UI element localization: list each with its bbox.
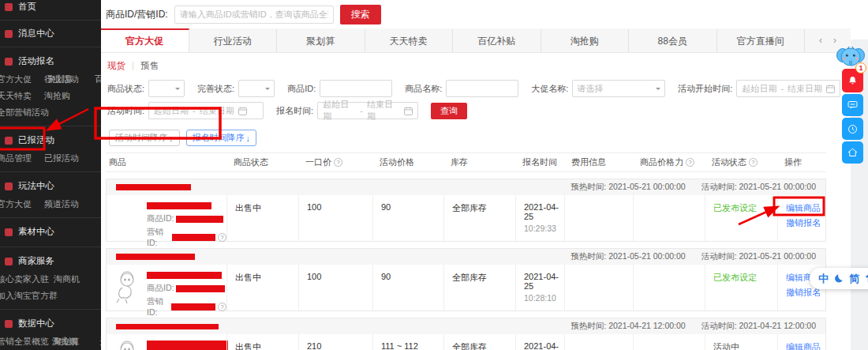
sidebar-link[interactable]: 官方大促 bbox=[0, 196, 44, 213]
query-button[interactable]: 查询 bbox=[431, 103, 467, 119]
info-icon[interactable]: ? bbox=[686, 158, 694, 167]
sidebar-link[interactable]: 淘抢购 bbox=[44, 88, 101, 104]
col-price-power: 商品价格力? bbox=[632, 156, 704, 168]
info-icon[interactable]: ? bbox=[334, 158, 342, 167]
redacted-product-id bbox=[176, 285, 225, 292]
list-price: 100 bbox=[298, 265, 372, 310]
product-id-input[interactable] bbox=[320, 80, 392, 97]
activity-status: 活动中 bbox=[705, 334, 777, 350]
sidebar-link[interactable]: 淘抢购 bbox=[52, 333, 99, 350]
sidebar-section-joined-activities: 已报活动 商品管理 已报活动 bbox=[0, 128, 101, 170]
sidebar-item-home[interactable]: 首页 bbox=[0, 0, 101, 18]
complete-status-select[interactable] bbox=[238, 80, 275, 97]
marketing-id-label: 营销ID: bbox=[147, 227, 170, 247]
col-signup-time: 报名时间 bbox=[514, 156, 563, 168]
tab-juhuasuan[interactable]: 聚划算 bbox=[277, 28, 365, 52]
moon-icon[interactable] bbox=[834, 274, 844, 284]
notification-badge: 1 bbox=[855, 62, 866, 73]
product-name-input[interactable] bbox=[446, 80, 518, 97]
date-separator: - bbox=[360, 106, 363, 115]
preheat-label: 预热时间: bbox=[571, 321, 606, 330]
home-button[interactable] bbox=[842, 141, 863, 164]
sidebar-link-product-management[interactable]: 商品管理 bbox=[0, 150, 44, 167]
activity-start-label: 活动开始时间: bbox=[678, 83, 732, 95]
tab-official-promo[interactable]: 官方大促 bbox=[101, 28, 189, 52]
search-input[interactable] bbox=[174, 6, 334, 24]
group-header: 预热时间: 2021-05-21 00:00:00 活动时间: 2021-05-… bbox=[107, 249, 825, 265]
sidebar-link[interactable]: 官方大促 bbox=[0, 71, 44, 88]
info-icon[interactable]: ? bbox=[218, 303, 226, 311]
gift-icon bbox=[5, 183, 13, 190]
info-icon[interactable]: ? bbox=[218, 233, 226, 242]
divider bbox=[0, 309, 101, 310]
tab-taoqianggou[interactable]: 淘抢购 bbox=[541, 28, 630, 52]
sidebar-link[interactable]: 百亿补贴 bbox=[95, 71, 101, 88]
translator-chinese-button[interactable]: 中 bbox=[818, 272, 829, 286]
activity-time-daterange[interactable]: 起始日期 - 结束日期 bbox=[148, 102, 264, 119]
group-header: 预热时间: 2021-04-21 12:00:00 活动时间: 2021-04-… bbox=[107, 318, 825, 334]
table-row: 商品ID: 营销ID:? 出售中 100 90 全部库存 2021-04-25 … bbox=[107, 195, 825, 241]
subtab-in-stock[interactable]: 现货 bbox=[107, 60, 125, 72]
sidebar-item-message-center[interactable]: 消息中心 bbox=[0, 22, 101, 45]
tab-baiyibutie[interactable]: 百亿补贴 bbox=[453, 28, 541, 52]
sidebar-link[interactable]: 淘商机 bbox=[54, 271, 101, 288]
promo-name-label: 大促名称: bbox=[531, 83, 568, 95]
tab-official-live[interactable]: 官方直播间 bbox=[717, 28, 806, 52]
tab-tiantiantemai[interactable]: 天天特卖 bbox=[365, 28, 454, 52]
shirt-icon[interactable] bbox=[865, 274, 868, 284]
edit-product-link[interactable]: 编辑商品 bbox=[786, 202, 827, 214]
sidebar-link[interactable]: 营销全景概览 bbox=[0, 333, 54, 350]
activity-time-sort-button[interactable]: 活动时间降序 ↓ bbox=[109, 130, 180, 146]
activity-price: 111 ~ 112 bbox=[372, 334, 443, 350]
redacted-activity-name bbox=[116, 184, 191, 190]
signup-time-daterange[interactable]: 起始日期 - 结束日期 bbox=[317, 102, 418, 119]
divider bbox=[0, 47, 101, 47]
subtab-presale[interactable]: 预售 bbox=[140, 60, 159, 72]
info-icon[interactable]: ? bbox=[749, 158, 758, 167]
promo-name-placeholder: 请选择 bbox=[577, 83, 603, 95]
calendar-icon bbox=[404, 107, 413, 115]
chevron-down-icon bbox=[175, 88, 180, 92]
activity-start-daterange[interactable]: 起始日期 - 结束日期 bbox=[736, 80, 840, 97]
redacted-product-name bbox=[147, 272, 222, 279]
stock: 全部库存 bbox=[443, 195, 515, 241]
product-status: 出售中 bbox=[226, 334, 298, 350]
activity-price: 90 bbox=[372, 195, 443, 241]
sidebar-link[interactable]: 天天特卖 bbox=[0, 88, 44, 104]
tab-88vip[interactable]: 88会员 bbox=[629, 28, 717, 52]
product-status-select[interactable] bbox=[148, 80, 185, 97]
product-thumbnail-placeholder bbox=[111, 201, 141, 235]
sidebar-section-material-center: 素材中心 bbox=[0, 220, 101, 245]
signup-time-sort-button[interactable]: 报名时间降序 ↓ bbox=[186, 130, 257, 146]
preheat-time: 2021-05-21 00:00:00 bbox=[608, 251, 686, 261]
date-end-placeholder: 结束日期 bbox=[200, 105, 234, 117]
price-power bbox=[633, 265, 705, 310]
edit-product-link[interactable]: 编辑商品 bbox=[786, 341, 827, 350]
col-fee-info: 费用信息 bbox=[563, 156, 632, 168]
tabs-prev-icon[interactable]: ‹ bbox=[819, 35, 822, 46]
history-button[interactable] bbox=[842, 118, 863, 140]
sort-label: 报名时间降序 bbox=[193, 132, 245, 144]
sidebar-link[interactable]: 加入淘宝官方群 bbox=[0, 288, 98, 304]
sort-row: 活动时间降序 ↓ 报名时间降序 ↓ bbox=[101, 119, 851, 149]
date-end-placeholder: 结束日期 bbox=[367, 99, 400, 122]
search-button[interactable]: 搜索 bbox=[340, 5, 381, 24]
sidebar-link[interactable]: 聚划算 bbox=[47, 71, 95, 88]
divider bbox=[0, 171, 101, 172]
sidebar-link[interactable]: 已报活动 bbox=[44, 150, 101, 167]
page: 首页 消息中心 活动报名 官方大促 行业活动 聚划算 百亿补贴 天天特卖 淘抢购… bbox=[0, 0, 868, 350]
cancel-signup-link[interactable]: 撤销报名 bbox=[786, 217, 827, 229]
date-start-placeholder: 起始日期 bbox=[742, 83, 776, 95]
sidebar-link[interactable]: 全部营销活动 bbox=[0, 104, 98, 121]
floating-toolbar bbox=[842, 69, 863, 165]
sidebar-link[interactable]: 核心卖家入驻 bbox=[0, 271, 54, 288]
product-status: 出售中 bbox=[226, 195, 298, 241]
price-power bbox=[633, 334, 705, 350]
promo-name-select[interactable]: 请选择 bbox=[572, 80, 665, 97]
group-header: 预热时间: 2021-05-21 00:00:00 活动时间: 2021-05-… bbox=[107, 179, 825, 195]
tab-industry-activity[interactable]: 行业活动 bbox=[189, 28, 278, 52]
translator-simplified-button[interactable]: 简 bbox=[849, 272, 859, 286]
chat-button[interactable] bbox=[842, 94, 863, 116]
signup-time: 2021-04-25 10:28:10 bbox=[515, 265, 564, 310]
sidebar-link[interactable]: 频道活动 bbox=[44, 196, 101, 213]
